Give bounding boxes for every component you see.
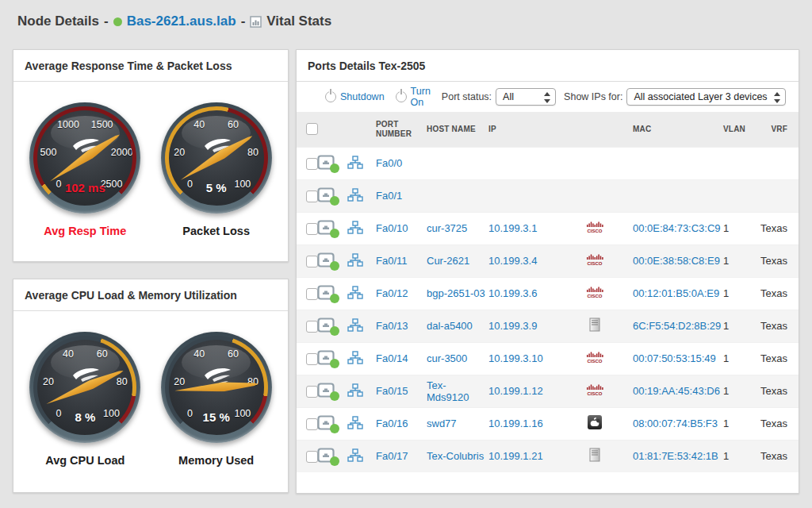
host-link[interactable]: dal-a5400: [427, 320, 473, 332]
port-link[interactable]: Fa0/1: [376, 190, 402, 202]
shutdown-button[interactable]: Shutdown: [325, 91, 385, 102]
gauge-tick-label: 1500: [91, 119, 113, 130]
gauge-dial-avg-cpu-load: 0204060801008 %: [29, 332, 140, 443]
row-checkbox[interactable]: [306, 158, 318, 170]
row-checkbox[interactable]: [306, 321, 318, 333]
shutdown-label[interactable]: Shutdown: [340, 91, 385, 102]
svg-text:CISCO: CISCO: [587, 391, 602, 396]
row-checkbox[interactable]: [306, 451, 318, 463]
host-link[interactable]: Tex-Colubris: [427, 450, 484, 462]
ip-link[interactable]: 10.199.1.21: [488, 450, 543, 462]
ip-link[interactable]: 10.199.1.12: [488, 385, 543, 397]
ip-link[interactable]: 10.199.3.9: [488, 320, 537, 332]
power-icon: [396, 91, 407, 102]
col-header-topology-blank: [347, 112, 376, 147]
mac-link[interactable]: 00:19:AA:45:43:D6: [633, 385, 720, 397]
row-checkbox[interactable]: [306, 190, 318, 202]
ports-table: Port NumberHost NameIPMACVLANVRF Fa0/0Fa…: [297, 112, 799, 472]
ip-link[interactable]: 10.199.3.10: [488, 352, 543, 364]
green-status-dot-icon: [330, 326, 339, 336]
port-link[interactable]: Fa0/17: [376, 450, 408, 462]
gauge-caption: Packet Loss: [157, 225, 276, 237]
table-row-Fa0-16: Fa0/16swd7710.199.1.1608:00:07:74:B5:F31…: [297, 407, 799, 440]
port-link[interactable]: Fa0/11: [376, 255, 408, 267]
port-status-select[interactable]: All: [496, 88, 556, 106]
vrf-value: Texas: [760, 222, 787, 234]
show-ips-field: Show IPs for: All associated Layer 3 dev…: [564, 88, 786, 106]
vlan-value: 1: [723, 320, 729, 332]
mac-link[interactable]: 6C:F5:54:D2:8B:29: [633, 320, 721, 332]
host-link[interactable]: bgp-2651-03: [427, 287, 485, 299]
port-link[interactable]: Fa0/12: [376, 287, 408, 299]
port-link[interactable]: Fa0/10: [376, 222, 408, 234]
gauge-tick-label: 80: [117, 376, 128, 387]
host-link[interactable]: Cur-2621: [427, 255, 469, 267]
gauge-tick-label: 20: [174, 376, 185, 387]
gauge-value: 5 %: [161, 181, 272, 194]
gauge-caption: Avg CPU Load: [25, 454, 144, 467]
row-checkbox[interactable]: [306, 418, 318, 430]
port-up-status-icon: [317, 220, 336, 236]
select-all-checkbox[interactable]: [306, 123, 318, 135]
server-vendor-icon: [589, 322, 601, 334]
col-header-host: Host Name: [427, 112, 488, 147]
panel-title-cpu-memory: Average CPU Load & Memory Utilization: [13, 279, 288, 311]
mac-link[interactable]: 00:12:01:B5:0A:E9: [633, 287, 719, 299]
mac-link[interactable]: 00:0E:84:73:C3:C9: [633, 222, 721, 234]
network-map-icon: [347, 290, 363, 302]
mac-link[interactable]: 00:07:50:53:15:49: [633, 352, 716, 364]
ip-link[interactable]: 10.199.3.1: [488, 222, 537, 234]
cisco-vendor-icon: CISCO: [585, 224, 604, 236]
apple-vendor-icon: [588, 420, 602, 432]
port-link[interactable]: Fa0/13: [376, 320, 408, 332]
port-up-status-icon: [317, 252, 336, 268]
svg-text:CISCO: CISCO: [587, 359, 602, 364]
turn-on-label[interactable]: Turn On: [411, 86, 431, 108]
gauge-tick-label: 1000: [57, 119, 79, 130]
ip-link[interactable]: 10.199.3.6: [488, 287, 537, 299]
table-row-Fa0-11: Fa0/11Cur-262110.199.3.4CISCO00:0E:38:58…: [297, 244, 799, 277]
node-link[interactable]: Bas-2621.aus.lab: [127, 13, 236, 29]
row-checkbox[interactable]: [306, 288, 318, 300]
svg-text:CISCO: CISCO: [587, 294, 602, 298]
green-status-dot-icon: [330, 261, 339, 271]
row-checkbox[interactable]: [306, 223, 318, 235]
host-link[interactable]: Tex-Mds9120: [427, 379, 469, 403]
table-row-Fa0-14: Fa0/14cur-350010.199.3.10CISCO00:07:50:5…: [297, 342, 799, 375]
port-link[interactable]: Fa0/14: [376, 352, 408, 364]
gauge-tick-label: 40: [63, 348, 74, 360]
gauge-row-response-packet: 05001000150020002500102 msAvg Resp Time0…: [13, 102, 288, 237]
vlan-value: 1: [723, 352, 729, 364]
port-link[interactable]: Fa0/15: [376, 385, 408, 397]
row-checkbox[interactable]: [306, 353, 318, 365]
turn-on-button[interactable]: Turn On: [396, 86, 431, 108]
host-link[interactable]: cur-3725: [427, 222, 467, 234]
col-header-vlan: VLAN: [717, 112, 742, 147]
port-up-status-icon: [317, 155, 336, 171]
mac-link[interactable]: 08:00:07:74:B5:F3: [633, 418, 718, 429]
cisco-vendor-icon: CISCO: [585, 289, 604, 301]
gauge-value: 102 ms: [29, 181, 140, 194]
select-arrows-icon: [774, 91, 780, 104]
panel-title-response-packet: Average Response Time & Packet Loss: [13, 50, 288, 82]
host-link[interactable]: cur-3500: [427, 352, 467, 364]
port-up-status-icon: [317, 350, 336, 366]
panel-ports-details: Ports Details Tex-2505 Shutdown Turn On …: [296, 49, 799, 494]
port-status-field: Port status: All: [442, 88, 556, 106]
host-link[interactable]: swd77: [427, 418, 457, 429]
row-checkbox[interactable]: [306, 386, 318, 398]
port-link[interactable]: Fa0/16: [376, 418, 408, 429]
vrf-value: Texas: [760, 418, 787, 429]
col-header-status-blank: [317, 112, 347, 147]
port-up-status-icon: [317, 448, 336, 464]
network-map-icon: [347, 160, 363, 171]
show-ips-select[interactable]: All associated Layer 3 devices: [626, 88, 785, 106]
ip-link[interactable]: 10.199.3.4: [488, 255, 537, 267]
mac-link[interactable]: 01:81:7E:53:42:1B: [633, 450, 718, 462]
mac-link[interactable]: 00:0E:38:58:C8:E9: [633, 255, 720, 267]
network-map-icon: [347, 257, 363, 269]
gauge-tick-label: 2000: [111, 147, 133, 158]
row-checkbox[interactable]: [306, 256, 318, 267]
port-link[interactable]: Fa0/0: [376, 157, 402, 169]
ip-link[interactable]: 10.199.1.16: [488, 418, 543, 429]
